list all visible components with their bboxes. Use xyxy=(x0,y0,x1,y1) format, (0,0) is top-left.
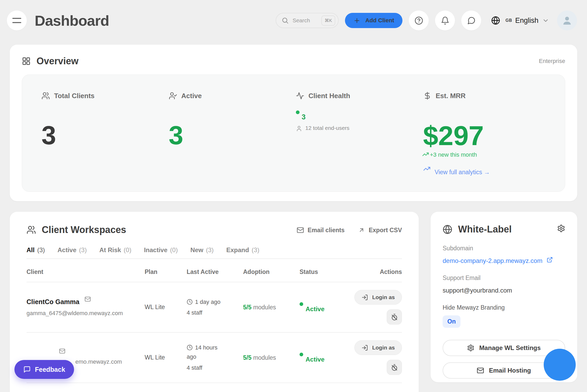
export-csv-label: Export CSV xyxy=(369,227,402,234)
last-active-text: 1 day ago xyxy=(195,299,221,305)
login-as-button[interactable]: Login as xyxy=(354,290,402,305)
tab-label: All xyxy=(27,246,35,254)
actions-cell: Login as xyxy=(349,340,402,375)
tab-expand[interactable]: Expand (3) xyxy=(226,246,259,254)
external-link-icon xyxy=(547,257,553,263)
client-cell: ClientCo Gamma gamma_6475@wldemo.mewayz.… xyxy=(27,298,145,317)
stat-label: Client Health xyxy=(308,92,350,100)
clock-icon xyxy=(187,299,193,305)
email-hosting-label: Email Hosting xyxy=(489,367,531,374)
login-icon xyxy=(361,294,368,301)
tab-active[interactable]: Active (3) xyxy=(57,246,87,254)
plan-badge: Enterprise xyxy=(539,58,565,65)
stats-container: Total Clients 3 Active 3 Client Health xyxy=(22,75,565,192)
plus-icon xyxy=(353,17,360,24)
timer-off-icon xyxy=(391,314,398,321)
chat-fab-button[interactable] xyxy=(544,349,576,381)
last-active-time: 14 hours ago xyxy=(187,343,221,361)
table-header: Client Plan Last Active Adoption Status … xyxy=(27,259,402,282)
tab-count: (0) xyxy=(124,246,131,254)
login-as-button[interactable]: Login as xyxy=(354,340,402,355)
mrr-delta-row: +3 new this month xyxy=(422,151,551,158)
staff-count: 4 staff xyxy=(187,363,221,372)
stat-label: Active xyxy=(181,92,202,100)
export-csv-button[interactable]: Export CSV xyxy=(358,226,402,234)
white-label-title: White-Label xyxy=(458,224,512,235)
messages-button[interactable] xyxy=(461,10,481,30)
tab-all[interactable]: All (3) xyxy=(27,246,45,254)
overview-header: Overview Enterprise xyxy=(22,56,565,67)
stat-total-clients: Total Clients 3 xyxy=(41,92,169,176)
healthy-count: 3 xyxy=(302,113,306,121)
avatar[interactable] xyxy=(557,10,577,30)
search-input[interactable] xyxy=(292,17,318,24)
manage-wl-settings-button[interactable]: Manage WL Settings xyxy=(443,340,565,356)
last-active-time: 1 day ago xyxy=(187,297,221,306)
mail-icon xyxy=(477,367,484,374)
mail-icon[interactable] xyxy=(85,296,91,302)
tab-new[interactable]: New (3) xyxy=(190,246,214,254)
workspaces-header: Client Workspaces Email clients Export C… xyxy=(27,224,402,235)
gear-icon xyxy=(467,344,474,352)
tab-label: Active xyxy=(57,246,76,254)
client-name-row xyxy=(27,350,145,354)
tab-label: New xyxy=(190,246,203,254)
staff-count: 4 staff xyxy=(187,308,221,317)
stat-mrr: Est. MRR $297 +3 new this month View ful… xyxy=(423,92,551,176)
overview-card: Overview Enterprise Total Clients 3 Acti… xyxy=(10,45,577,201)
dollar-icon xyxy=(423,92,432,100)
overview-title: Overview xyxy=(36,56,78,67)
healthy-count-row: 3 xyxy=(296,110,423,121)
arrow-up-right-icon xyxy=(358,227,365,234)
adoption-unit: modules xyxy=(253,354,276,361)
notifications-button[interactable] xyxy=(435,10,455,30)
menu-button[interactable] xyxy=(7,10,27,30)
branding-status-badge: On xyxy=(443,315,460,328)
status-cell: Active xyxy=(300,352,349,363)
actions-cell: Login as xyxy=(349,290,402,325)
mrr-delta-text: +3 new this month xyxy=(430,151,477,158)
lower-columns: Client Workspaces Email clients Export C… xyxy=(10,212,577,392)
healthy-dot xyxy=(296,110,300,114)
grid-icon xyxy=(22,57,31,66)
globe-icon xyxy=(443,225,452,234)
mail-icon[interactable] xyxy=(59,348,65,354)
help-button[interactable] xyxy=(409,10,429,30)
workspace-tabs: All (3) Active (3) At Risk (0) Inactive … xyxy=(27,246,402,259)
main-content: Overview Enterprise Total Clients 3 Acti… xyxy=(0,45,587,392)
bell-icon xyxy=(441,16,449,25)
language-code: GB xyxy=(505,18,512,23)
col-client: Client xyxy=(27,268,145,276)
adoption-cell: 5/5 modules xyxy=(243,354,300,361)
view-analytics-link[interactable]: View full analytics → xyxy=(423,165,551,176)
clock-icon xyxy=(187,345,193,351)
client-email: emo.mewayz.com xyxy=(75,358,145,365)
white-label-settings-button[interactable] xyxy=(557,224,565,233)
user-icon xyxy=(296,125,302,132)
page-title: Dashboard xyxy=(35,12,109,29)
tab-at-risk[interactable]: At Risk (0) xyxy=(99,246,131,254)
search-shortcut: ⌘K xyxy=(321,15,335,26)
feedback-button[interactable]: Feedback xyxy=(14,360,74,379)
snooze-button[interactable] xyxy=(387,360,402,375)
login-as-label: Login as xyxy=(372,294,395,300)
status-badge: Active xyxy=(306,305,324,313)
email-clients-button[interactable]: Email clients xyxy=(297,226,345,234)
snooze-button[interactable] xyxy=(387,309,402,325)
subdomain-url: demo-company-2.app.mewayz.com xyxy=(443,257,542,264)
last-active-cell: 1 day ago 4 staff xyxy=(187,297,221,317)
view-analytics-label: View full analytics → xyxy=(435,169,490,176)
email-clients-label: Email clients xyxy=(308,227,345,234)
add-client-button[interactable]: Add Client xyxy=(345,13,402,28)
workspaces-title: Client Workspaces xyxy=(42,224,126,235)
user-check-icon xyxy=(169,92,177,100)
end-users-text: 12 total end-users xyxy=(305,125,349,131)
search-box[interactable]: ⌘K xyxy=(276,13,339,28)
language-label: English xyxy=(515,17,538,25)
tab-inactive[interactable]: Inactive (0) xyxy=(144,246,178,254)
subdomain-link[interactable]: demo-company-2.app.mewayz.com xyxy=(443,257,565,264)
language-selector[interactable]: GB English xyxy=(491,16,549,25)
avatar-icon xyxy=(562,15,573,26)
stat-label: Est. MRR xyxy=(436,92,466,100)
help-icon xyxy=(415,16,423,25)
